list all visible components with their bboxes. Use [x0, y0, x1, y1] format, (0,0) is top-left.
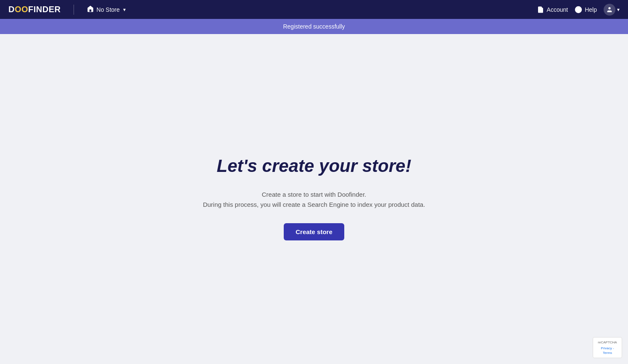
- create-store-button[interactable]: Create store: [284, 223, 344, 240]
- account-icon: [537, 6, 544, 13]
- navbar-divider: [74, 5, 74, 15]
- hero-description: Create a store to start with Doofinder. …: [203, 190, 425, 210]
- logo[interactable]: DOO FINDER: [8, 5, 61, 14]
- navbar-right: Account Help ▾: [537, 4, 620, 16]
- store-selector-label: No Store: [97, 6, 120, 13]
- store-icon: [87, 5, 94, 14]
- navbar-left: DOO FINDER No Store ▾: [8, 5, 126, 15]
- user-chevron-icon: ▾: [617, 7, 620, 13]
- chevron-down-icon: ▾: [123, 7, 126, 13]
- recaptcha-badge: reCAPTCHA Privacy - Terms: [593, 337, 622, 358]
- store-selector[interactable]: No Store ▾: [87, 5, 126, 14]
- success-banner: Registered successfully: [0, 19, 628, 34]
- user-icon: [606, 6, 613, 13]
- navbar: DOO FINDER No Store ▾ Account: [0, 0, 628, 19]
- logo-text-doo: DOO: [8, 5, 28, 14]
- svg-rect-0: [89, 9, 91, 11]
- avatar-circle: [604, 4, 615, 16]
- logo-text-finder: FINDER: [28, 5, 61, 14]
- hero-title: Let's create your store!: [217, 156, 412, 176]
- svg-point-3: [608, 7, 610, 9]
- recaptcha-logo: reCAPTCHA: [596, 340, 618, 345]
- help-icon: [575, 6, 582, 13]
- description-line-1: Create a store to start with Doofinder.: [203, 190, 425, 200]
- main-content: Let's create your store! Create a store …: [0, 34, 628, 362]
- success-message: Registered successfully: [283, 23, 345, 30]
- help-label: Help: [585, 6, 597, 13]
- help-nav-item[interactable]: Help: [575, 6, 597, 13]
- account-nav-item[interactable]: Account: [537, 6, 568, 13]
- account-label: Account: [547, 6, 568, 13]
- user-avatar[interactable]: ▾: [604, 4, 620, 16]
- recaptcha-text[interactable]: Privacy - Terms: [596, 346, 618, 355]
- description-line-2: During this process, you will create a S…: [203, 200, 425, 210]
